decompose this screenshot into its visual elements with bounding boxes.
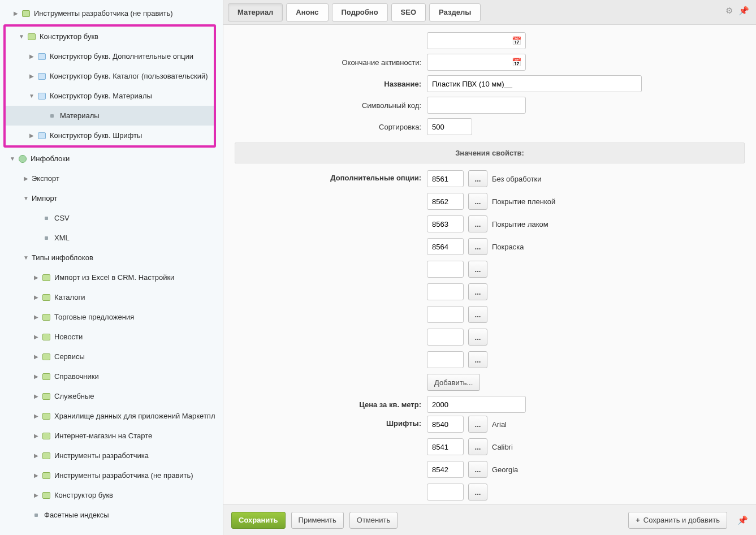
extra-option-desc: Покраска	[492, 243, 524, 251]
tab-details[interactable]: Подробно	[332, 3, 388, 21]
sidebar-item-facet-indexes[interactable]: Фасетные индексы	[0, 505, 223, 525]
cancel-button[interactable]: Отменить	[349, 512, 398, 529]
extra-option-row: ...	[427, 351, 492, 368]
sidebar-item-xml[interactable]: XML	[0, 228, 223, 248]
sidebar-item-infoblocks[interactable]: ▼ Инфоблоки	[0, 149, 223, 169]
sidebar-item-service-blocks[interactable]: ▶ Служебные	[0, 386, 223, 406]
sidebar-item-iblock-types[interactable]: ▼ Типы инфоблоков	[0, 248, 223, 268]
activity-start-input[interactable]	[427, 32, 526, 49]
lookup-button[interactable]: ...	[468, 238, 487, 255]
sidebar-item-marketplace-storage[interactable]: ▶ Хранилище данных для приложений Маркет…	[0, 406, 223, 426]
sidebar-item-lc-materials[interactable]: ▼ Конструктор букв. Материалы	[6, 86, 214, 106]
iblock-icon	[42, 392, 51, 401]
footer: Сохранить Применить Отменить + Сохранить…	[223, 504, 756, 535]
sidebar-item-references[interactable]: ▶ Справочники	[0, 366, 223, 386]
sidebar-item-lc-extra-options[interactable]: ▶ Конструктор букв. Дополнительные опции	[6, 46, 214, 66]
lookup-button[interactable]: ...	[468, 193, 487, 210]
sidebar-item-label: Справочники	[54, 372, 99, 381]
save-and-add-button[interactable]: + Сохранить и добавить	[628, 512, 727, 529]
font-id-input[interactable]	[427, 484, 464, 501]
lookup-button[interactable]: ...	[468, 261, 487, 278]
sidebar-item-export[interactable]: ▶ Экспорт	[0, 169, 223, 188]
chevron-right-icon: ▶	[33, 452, 40, 459]
sidebar-item-label: Служебные	[54, 392, 94, 400]
sidebar-item-services[interactable]: ▶ Сервисы	[0, 347, 223, 366]
iblock-icon	[42, 471, 51, 480]
extra-option-row: ...Покрытие пленкой	[427, 193, 555, 210]
lookup-button[interactable]: ...	[468, 484, 487, 501]
extra-option-id-input[interactable]	[427, 215, 464, 232]
extra-option-id-input[interactable]	[427, 306, 464, 323]
extra-option-id-input[interactable]	[427, 261, 464, 278]
symcode-input[interactable]	[427, 97, 526, 114]
sidebar-item-label: Конструктор букв. Материалы	[50, 92, 152, 100]
save-button[interactable]: Сохранить	[231, 512, 286, 529]
tab-anons[interactable]: Анонс	[286, 3, 328, 21]
lookup-button[interactable]: ...	[468, 283, 487, 300]
sidebar-item-import-excel-crm[interactable]: ▶ Импорт из Excel в CRM. Настройки	[0, 268, 223, 287]
sidebar-item-store-on-start[interactable]: ▶ Интернет-магазин на Старте	[0, 426, 223, 446]
activity-end-input[interactable]	[427, 54, 526, 71]
sidebar-item-csv[interactable]: CSV	[0, 208, 223, 228]
extra-option-id-input[interactable]	[427, 193, 464, 210]
lookup-button[interactable]: ...	[468, 416, 487, 433]
extra-option-row: ...Покраска	[427, 238, 524, 255]
sidebar-item-label: CSV	[54, 214, 70, 222]
font-id-input[interactable]	[427, 416, 464, 433]
tab-sections[interactable]: Разделы	[429, 3, 481, 21]
lookup-button[interactable]: ...	[468, 306, 487, 323]
sidebar-item-letter-constructor[interactable]: ▼ Конструктор букв	[6, 27, 214, 46]
sidebar-item-materials[interactable]: Материалы	[6, 106, 214, 126]
fonts-label: Шрифты:	[223, 416, 427, 428]
tab-seo[interactable]: SEO	[391, 3, 426, 21]
lookup-button[interactable]: ...	[468, 215, 487, 232]
extra-option-id-input[interactable]	[427, 238, 464, 255]
sidebar-item-lc-catalog-user[interactable]: ▶ Конструктор букв. Каталог (пользовател…	[6, 66, 214, 86]
sidebar-item-label: Фасетные индексы	[44, 511, 109, 519]
sidebar-item-dev-tools-noedit2[interactable]: ▶ Инструменты разработчика (не править)	[0, 465, 223, 485]
lookup-button[interactable]: ...	[468, 351, 487, 368]
sort-input[interactable]	[427, 118, 472, 135]
chevron-down-icon: ▼	[18, 33, 25, 40]
apply-button[interactable]: Применить	[291, 512, 344, 529]
sidebar-item-lc-fonts[interactable]: ▶ Конструктор букв. Шрифты	[6, 126, 214, 145]
sidebar-item-dev-tools[interactable]: ▶ Инструменты разработчика	[0, 446, 223, 465]
price-input[interactable]	[427, 396, 526, 413]
lookup-button[interactable]: ...	[468, 461, 487, 478]
extra-option-id-input[interactable]	[427, 351, 464, 368]
chevron-right-icon: ▶	[33, 492, 40, 498]
sidebar-item-import[interactable]: ▼ Импорт	[0, 188, 223, 208]
tab-material[interactable]: Материал	[228, 3, 283, 21]
name-input[interactable]	[427, 75, 642, 92]
lookup-button[interactable]: ...	[468, 438, 487, 455]
chevron-right-icon: ▶	[33, 294, 40, 300]
font-id-input[interactable]	[427, 461, 464, 478]
sidebar-item-label: Конструктор букв. Дополнительные опции	[50, 52, 193, 61]
sidebar-item-trade-offers[interactable]: ▶ Торговые предложения	[0, 307, 223, 327]
sidebar-item-dev-tools-noedit[interactable]: ▶ Инструменты разработчика (не править)	[0, 3, 223, 23]
font-id-input[interactable]	[427, 438, 464, 455]
sidebar-item-letter-constructor2[interactable]: ▶ Конструктор букв	[0, 485, 223, 505]
sidebar: ▶ Инструменты разработчика (не править) …	[0, 0, 223, 535]
lookup-button[interactable]: ...	[468, 329, 487, 346]
lookup-button[interactable]: ...	[468, 170, 487, 187]
sidebar-item-label: Интернет-магазин на Старте	[54, 432, 152, 440]
sidebar-item-label: Импорт из Excel в CRM. Настройки	[54, 273, 174, 282]
iblock-icon	[42, 293, 51, 302]
extra-option-id-input[interactable]	[427, 170, 464, 187]
extra-option-id-input[interactable]	[427, 329, 464, 346]
list-icon	[37, 131, 46, 140]
extra-option-id-input[interactable]	[427, 283, 464, 300]
gear-icon[interactable]: ⚙	[725, 6, 733, 16]
sidebar-item-news[interactable]: ▶ Новости	[0, 327, 223, 347]
add-extra-option-button[interactable]: Добавить...	[427, 374, 480, 391]
sidebar-item-catalogs[interactable]: ▶ Каталоги	[0, 287, 223, 307]
pin-icon[interactable]: 📌	[738, 6, 749, 16]
chevron-right-icon: ▶	[33, 314, 40, 320]
activity-end-label: Окончание активности:	[223, 58, 427, 67]
sidebar-item-label: Типы инфоблоков	[32, 253, 93, 262]
pin-icon[interactable]: 📌	[737, 515, 748, 525]
main-panel: Материал Анонс Подробно SEO Разделы ⚙ 📌 …	[223, 0, 756, 535]
property-values-header: Значения свойств:	[235, 143, 745, 163]
iblock-icon	[42, 372, 51, 381]
